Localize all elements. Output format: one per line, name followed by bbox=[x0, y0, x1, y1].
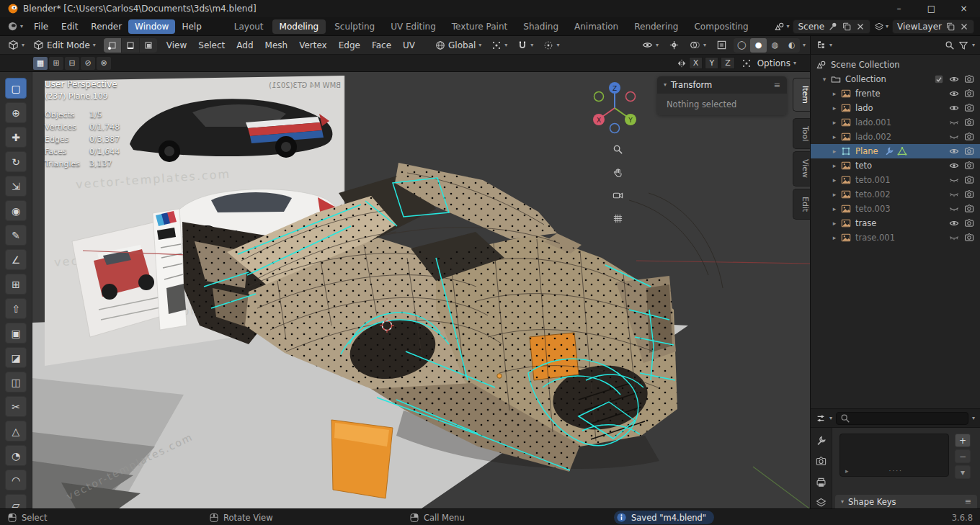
hidden-eye-icon[interactable] bbox=[949, 175, 959, 185]
viewport-canvas[interactable]: vector-templates.com vector-templates.co… bbox=[32, 72, 811, 508]
shading-wireframe-button[interactable]: ◯ bbox=[734, 38, 750, 53]
disable-in-renders-icon[interactable] bbox=[964, 175, 974, 185]
select-set-button[interactable]: ▦ bbox=[33, 57, 48, 70]
menu-face[interactable]: Face bbox=[367, 39, 396, 52]
mirror-y-toggle[interactable]: Y bbox=[705, 57, 718, 69]
tool-measure[interactable]: ∠ bbox=[5, 249, 27, 270]
tool-add-cube[interactable]: ⊞ bbox=[5, 274, 27, 295]
panel-menu-icon[interactable]: ≡ bbox=[965, 497, 971, 506]
menu-uv[interactable]: UV bbox=[398, 39, 420, 52]
menu-vertex[interactable]: Vertex bbox=[294, 39, 332, 52]
tool-cursor[interactable]: ⊕ bbox=[5, 102, 27, 123]
collection-checkbox-icon[interactable] bbox=[934, 74, 944, 84]
menu-select[interactable]: Select bbox=[193, 39, 230, 52]
tab-sculpting[interactable]: Sculpting bbox=[327, 19, 382, 34]
chevron-down-icon[interactable]: ▾ bbox=[972, 42, 975, 48]
tab-animation[interactable]: Animation bbox=[567, 19, 625, 34]
scene-collection-row[interactable]: Scene Collection bbox=[811, 58, 980, 72]
disable-in-renders-icon[interactable] bbox=[964, 117, 974, 127]
new-viewlayer-icon[interactable] bbox=[945, 22, 956, 32]
shading-solid-button[interactable]: ● bbox=[750, 38, 767, 53]
expand-icon[interactable]: ▸ bbox=[831, 133, 838, 140]
expand-icon[interactable]: ▸ bbox=[831, 162, 838, 169]
hide-in-viewport-icon[interactable] bbox=[949, 74, 959, 84]
vertex-groups-list[interactable]: ▸ ···· bbox=[839, 434, 949, 477]
tool-shear[interactable]: ▱ bbox=[5, 494, 27, 508]
chevron-down-icon[interactable]: ▾ bbox=[972, 416, 975, 421]
tab-compositing[interactable]: Compositing bbox=[687, 19, 755, 34]
tab-tool[interactable] bbox=[815, 435, 827, 447]
tool-extrude-region[interactable]: ⇧ bbox=[5, 298, 27, 319]
show-overlays-dropdown[interactable]: ▾ bbox=[686, 38, 710, 52]
chevron-down-icon[interactable]: ▾ bbox=[829, 416, 832, 421]
hidden-eye-icon[interactable] bbox=[949, 204, 959, 214]
menu-edit[interactable]: Edit bbox=[55, 19, 84, 34]
tab-output[interactable] bbox=[815, 477, 827, 488]
properties-search-box[interactable] bbox=[836, 412, 968, 425]
snapping-button[interactable]: ▾ bbox=[514, 39, 537, 52]
expand-icon[interactable]: ▸ bbox=[831, 148, 838, 155]
menu-edge[interactable]: Edge bbox=[334, 39, 365, 52]
viewlayer-selector[interactable]: ViewLayer bbox=[892, 19, 974, 34]
disable-in-renders-icon[interactable] bbox=[964, 189, 974, 199]
pivot-point-dropdown[interactable]: ▾ bbox=[488, 39, 511, 52]
new-scene-icon[interactable] bbox=[842, 22, 852, 32]
select-subtract-button[interactable]: ⊟ bbox=[65, 57, 79, 70]
chevron-down-icon[interactable]: ▾ bbox=[829, 42, 832, 48]
hide-in-viewport-icon[interactable] bbox=[949, 103, 959, 113]
disable-in-renders-icon[interactable] bbox=[964, 233, 974, 243]
scene-selector[interactable]: Scene bbox=[793, 19, 870, 34]
expand-icon[interactable]: ▸ bbox=[831, 234, 838, 241]
tool-smooth[interactable]: ◠ bbox=[5, 470, 27, 490]
menu-add[interactable]: Add bbox=[231, 39, 258, 52]
viewport[interactable]: vector-templates.com vector-templates.co… bbox=[0, 72, 811, 508]
hide-in-viewport-icon[interactable] bbox=[949, 218, 959, 228]
hidden-eye-icon[interactable] bbox=[949, 117, 959, 127]
tab-rendering[interactable]: Rendering bbox=[627, 19, 685, 34]
add-item-button[interactable]: + bbox=[955, 434, 971, 447]
browse-viewlayer-button[interactable]: ▾ bbox=[874, 22, 888, 32]
vertex-select-button[interactable] bbox=[104, 38, 121, 53]
object-visibility-dropdown[interactable]: ▾ bbox=[638, 38, 662, 52]
shading-material-button[interactable]: ◍ bbox=[767, 38, 783, 53]
blender-menu-button[interactable]: ▾ bbox=[0, 21, 27, 32]
toggle-ortho-button[interactable] bbox=[610, 210, 625, 226]
outliner-item-lado-002[interactable]: ▸ lado.002 bbox=[811, 130, 980, 144]
toggle-xray-button[interactable] bbox=[713, 38, 731, 52]
expand-icon[interactable]: ▸ bbox=[831, 176, 838, 184]
properties-editor-icon[interactable] bbox=[816, 413, 826, 423]
show-gizmo-button[interactable] bbox=[665, 38, 683, 52]
search-icon[interactable] bbox=[945, 40, 955, 50]
disable-in-renders-icon[interactable] bbox=[964, 74, 974, 84]
tool-spin[interactable]: ◔ bbox=[5, 445, 27, 466]
disable-in-renders-icon[interactable] bbox=[964, 146, 974, 156]
edge-select-button[interactable] bbox=[122, 38, 139, 53]
disable-in-renders-icon[interactable] bbox=[964, 218, 974, 228]
expand-icon[interactable]: ▸ bbox=[831, 220, 838, 227]
sidebar-tab-edit[interactable]: Edit bbox=[793, 189, 810, 220]
tab-render[interactable] bbox=[815, 456, 827, 467]
zoom-button[interactable] bbox=[610, 141, 625, 157]
hide-in-viewport-icon[interactable] bbox=[949, 161, 959, 171]
menu-view[interactable]: View bbox=[161, 39, 192, 52]
filter-icon[interactable] bbox=[958, 40, 968, 50]
disable-in-renders-icon[interactable] bbox=[964, 89, 974, 99]
mode-dropdown[interactable]: Edit Mode ▾ bbox=[30, 38, 99, 52]
tool-loop-cut[interactable]: ◫ bbox=[5, 372, 27, 392]
outliner-item-frente[interactable]: ▸ frente bbox=[811, 86, 980, 101]
navigation-gizmo[interactable]: Z X Y bbox=[586, 79, 643, 137]
outliner-item-plane[interactable]: ▸ Plane bbox=[811, 144, 980, 158]
tool-select-box[interactable]: ▢ bbox=[5, 78, 27, 99]
properties-search-input[interactable] bbox=[853, 413, 964, 423]
hide-in-viewport-icon[interactable] bbox=[949, 89, 959, 99]
select-extend-button[interactable]: ⊞ bbox=[49, 57, 63, 70]
disable-in-renders-icon[interactable] bbox=[964, 161, 974, 171]
hidden-eye-icon[interactable] bbox=[949, 132, 959, 142]
tab-shading[interactable]: Shading bbox=[516, 19, 566, 34]
expand-icon[interactable]: ▾ bbox=[821, 76, 828, 83]
tool-transform[interactable]: ◉ bbox=[5, 200, 27, 221]
minimize-button[interactable]: – bbox=[883, 0, 915, 17]
expand-icon[interactable]: ▸ bbox=[831, 205, 838, 212]
shading-rendered-button[interactable]: ◐ bbox=[783, 38, 800, 53]
hidden-eye-icon[interactable] bbox=[949, 233, 959, 243]
